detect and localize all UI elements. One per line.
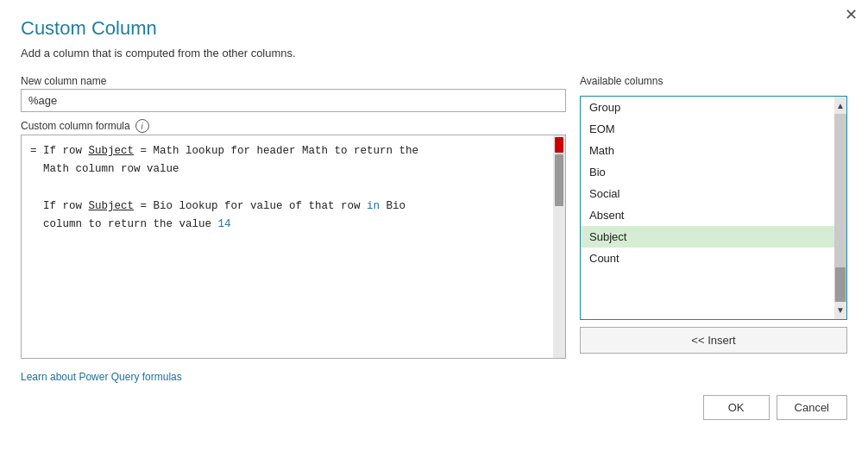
formula-container: = If row Subject = Math lookup for heade…: [21, 135, 566, 359]
info-icon[interactable]: i: [135, 119, 149, 133]
scroll-handle: [835, 267, 846, 302]
col-item-bio[interactable]: Bio: [581, 161, 846, 183]
scroll-thumb: [555, 137, 563, 153]
dialog-title: Custom Column: [21, 17, 847, 40]
column-name-field-group: New column name: [21, 75, 566, 112]
scroll-up-arrow[interactable]: ▲: [834, 98, 846, 113]
column-name-input[interactable]: [21, 89, 566, 112]
dialog-subtitle: Add a column that is computed from the o…: [21, 47, 847, 60]
formula-scrollbar: [553, 135, 565, 358]
col-item-absent[interactable]: Absent: [581, 204, 846, 226]
left-panel: New column name Custom column formula i …: [21, 75, 566, 383]
cancel-button[interactable]: Cancel: [777, 395, 847, 420]
column-name-label: New column name: [21, 75, 566, 87]
col-scrollbar: ▲ ▼: [834, 97, 846, 319]
footer-row: OK Cancel: [21, 395, 847, 420]
col-item-group[interactable]: Group: [581, 97, 846, 118]
col-item-count[interactable]: Count: [581, 248, 846, 269]
scroll-track: [834, 114, 846, 302]
col-item-subject[interactable]: Subject: [581, 226, 846, 248]
insert-button[interactable]: << Insert: [580, 327, 847, 354]
scroll-line: [555, 154, 563, 206]
learn-link[interactable]: Learn about Power Query formulas: [21, 371, 566, 383]
close-button[interactable]: ✕: [845, 7, 858, 22]
custom-column-dialog: ✕ Custom Column Add a column that is com…: [0, 0, 868, 464]
right-panel: Available columns Group EOM Math Bio Soc…: [580, 75, 847, 354]
formula-label-row: Custom column formula i: [21, 119, 566, 133]
main-layout: New column name Custom column formula i …: [21, 75, 847, 383]
columns-inner[interactable]: Group EOM Math Bio Social Absent Subject…: [581, 97, 846, 319]
scroll-down-arrow[interactable]: ▼: [834, 303, 846, 317]
available-columns-label: Available columns: [580, 75, 847, 87]
formula-label: Custom column formula: [21, 120, 130, 132]
formula-content[interactable]: = If row Subject = Math lookup for heade…: [22, 135, 565, 358]
col-item-math[interactable]: Math: [581, 140, 846, 161]
ok-button[interactable]: OK: [703, 395, 770, 420]
formula-field-group: Custom column formula i = If row Subject…: [21, 119, 566, 359]
col-item-eom[interactable]: EOM: [581, 118, 846, 140]
col-item-social[interactable]: Social: [581, 183, 846, 204]
columns-list: Group EOM Math Bio Social Absent Subject…: [580, 96, 847, 320]
